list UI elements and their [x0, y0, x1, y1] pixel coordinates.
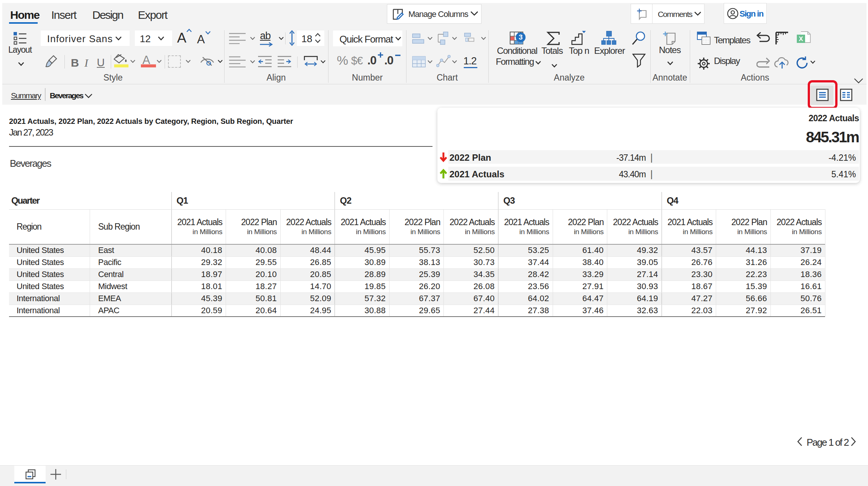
- svg-text:X: X: [799, 35, 803, 43]
